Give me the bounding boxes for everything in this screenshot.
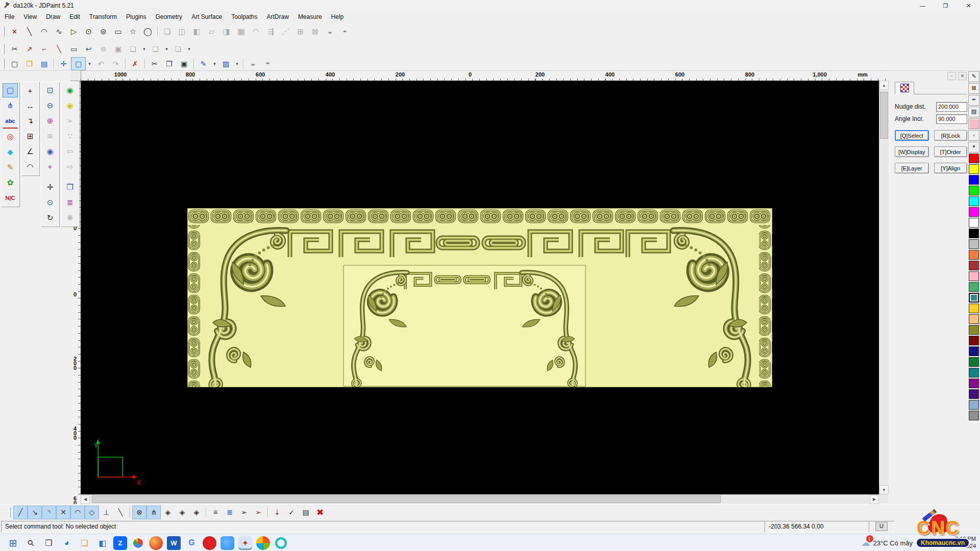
- units-button[interactable]: U: [875, 522, 888, 531]
- google-icon[interactable]: G: [185, 536, 199, 550]
- menu-item[interactable]: Art Surface: [187, 12, 227, 21]
- nudge-dist-field[interactable]: 200.000: [936, 102, 967, 112]
- open-file-icon[interactable]: ❒: [22, 57, 37, 70]
- zoom-out-icon[interactable]: ⊖: [42, 98, 58, 113]
- shear-object-icon[interactable]: ▱: [204, 24, 219, 39]
- task-view-icon[interactable]: ❐: [42, 536, 56, 550]
- smart-join-icon[interactable]: ↩: [81, 42, 96, 56]
- copy-icon[interactable]: ❐: [162, 57, 177, 70]
- chrome-icon[interactable]: [131, 536, 145, 550]
- swatch-blue[interactable]: [969, 175, 979, 185]
- dim-path-icon[interactable]: ↴: [22, 114, 38, 128]
- menu-item[interactable]: Draw: [41, 12, 65, 21]
- relief-dome-icon[interactable]: ◒: [323, 24, 337, 39]
- angle-snap-30-icon[interactable]: ◈: [175, 506, 189, 519]
- minimize-button[interactable]: —: [911, 0, 934, 11]
- menu-item[interactable]: ArtDraw: [262, 12, 293, 21]
- swatch-brown[interactable]: [969, 261, 979, 270]
- menu-item[interactable]: Measure: [293, 12, 327, 21]
- swatch-dark-red[interactable]: [969, 336, 979, 345]
- dim-horizontal-icon[interactable]: ↔: [22, 98, 38, 113]
- scroll-up-icon[interactable]: ▲: [968, 130, 979, 141]
- grid-array-icon[interactable]: ▦: [234, 24, 249, 39]
- view-forward-icon[interactable]: ⇨: [62, 160, 78, 174]
- dropdown-arrow-icon[interactable]: ▾: [86, 57, 93, 70]
- custom-color-swatch[interactable]: [968, 118, 979, 129]
- spray-lamp-icon[interactable]: ❋: [62, 211, 78, 225]
- record-icon[interactable]: [203, 536, 216, 550]
- layer-mode-button[interactable]: [E]Layer: [895, 163, 929, 173]
- swatch-peach[interactable]: [969, 314, 979, 324]
- store-icon[interactable]: ◧: [95, 536, 109, 550]
- tray-chevron-icon[interactable]: ∧: [918, 539, 923, 547]
- node-edit-tool-icon[interactable]: ⋔: [3, 98, 18, 113]
- maximize-button[interactable]: ❐: [934, 0, 957, 11]
- trim-curve-icon[interactable]: ✂: [7, 42, 22, 56]
- circle-tool-icon[interactable]: ⊙: [81, 24, 96, 39]
- menu-item[interactable]: Help: [327, 12, 349, 21]
- copy-object-icon[interactable]: ❏: [160, 24, 175, 39]
- swatch-dark-green[interactable]: [969, 357, 979, 367]
- endpoint-snap-icon[interactable]: ╱: [13, 506, 28, 519]
- order-mode-button[interactable]: [T]Order: [934, 146, 967, 157]
- angle-snap-15-icon[interactable]: ◈: [189, 506, 204, 519]
- render-on-icon[interactable]: ◉: [62, 83, 78, 97]
- render-light-icon[interactable]: ◉: [62, 98, 78, 113]
- array-copy-2-icon[interactable]: ❏: [148, 42, 163, 56]
- firefox-icon[interactable]: [149, 536, 163, 550]
- select-tool-icon[interactable]: ▢: [3, 83, 18, 97]
- swatch-silver[interactable]: [969, 239, 979, 249]
- view-eye-icon[interactable]: ◉: [42, 144, 58, 159]
- menu-item[interactable]: View: [19, 12, 41, 21]
- menu-item[interactable]: Toolpaths: [227, 12, 262, 21]
- solid-view-icon[interactable]: ◓: [260, 57, 275, 70]
- redo-icon[interactable]: ↷: [108, 57, 123, 70]
- swatch-green[interactable]: [969, 186, 979, 195]
- ellipse-tool-icon[interactable]: ⊜: [96, 24, 111, 39]
- zoom-in-icon[interactable]: ⊕: [42, 114, 58, 128]
- weather-widget[interactable]: ☁1 23°C Có mây: [861, 537, 913, 548]
- paste-icon[interactable]: ▣: [177, 57, 191, 70]
- concentric-copy-icon[interactable]: ▣: [111, 42, 126, 56]
- arc-array-icon[interactable]: ◠: [249, 24, 263, 39]
- start-button-icon[interactable]: ⊞: [6, 536, 20, 550]
- zoom-window-icon[interactable]: ⊡: [42, 83, 58, 97]
- scroll-right-arrow[interactable]: ▶: [870, 495, 879, 504]
- new-file-icon[interactable]: ▢: [7, 57, 22, 70]
- undo-icon[interactable]: ↶: [93, 57, 108, 70]
- fill-style-icon[interactable]: ▨: [218, 57, 233, 70]
- select-mode-button[interactable]: [Q]Select: [895, 130, 929, 141]
- panel-restore-button[interactable]: ▫: [947, 72, 956, 80]
- closed-curve-tool-icon[interactable]: ◯: [140, 24, 155, 39]
- dim-rect-icon[interactable]: ⊞: [22, 129, 38, 143]
- menu-item[interactable]: Transform: [85, 12, 121, 21]
- nearest-snap-icon[interactable]: ╲: [113, 506, 128, 519]
- snap-options-icon[interactable]: ▤: [299, 506, 313, 519]
- zoom-actual-icon[interactable]: ⊙: [42, 195, 58, 210]
- swatch-sea-green[interactable]: [969, 282, 979, 292]
- relief-shield-icon[interactable]: ◓: [337, 24, 352, 39]
- pick-clear-icon[interactable]: ➢: [251, 506, 265, 519]
- menu-item[interactable]: File: [0, 12, 19, 21]
- move-tool-icon[interactable]: ✛: [56, 57, 71, 70]
- pick-point-icon[interactable]: ➢: [237, 506, 251, 519]
- view-back-icon[interactable]: ⇦: [62, 144, 78, 159]
- marquee-select-icon[interactable]: ▢: [71, 57, 86, 70]
- pencil-icon[interactable]: ✎: [968, 71, 979, 82]
- close-button[interactable]: ✕: [957, 0, 980, 11]
- swatch-olive[interactable]: [969, 325, 979, 335]
- meeting-app-icon[interactable]: [220, 536, 234, 550]
- point-tool-icon[interactable]: ×: [7, 24, 22, 39]
- file-explorer-icon[interactable]: ❏: [78, 536, 91, 550]
- guide-edit-icon[interactable]: ≣: [223, 506, 237, 519]
- swatch-navy[interactable]: [969, 346, 979, 356]
- snap-verify-icon[interactable]: ✓: [284, 506, 299, 519]
- draw-brush-tool-icon[interactable]: ✎: [3, 160, 18, 174]
- swatch-white[interactable]: [969, 218, 979, 228]
- swatch-steel-blue[interactable]: [969, 400, 979, 410]
- curve-fair-icon[interactable]: ≋: [42, 129, 58, 143]
- swatch-black[interactable]: [969, 229, 979, 238]
- swatch-magenta[interactable]: [969, 207, 979, 217]
- dropdown-arrow-icon[interactable]: ▾: [140, 42, 148, 56]
- panel-tab[interactable]: [895, 82, 914, 94]
